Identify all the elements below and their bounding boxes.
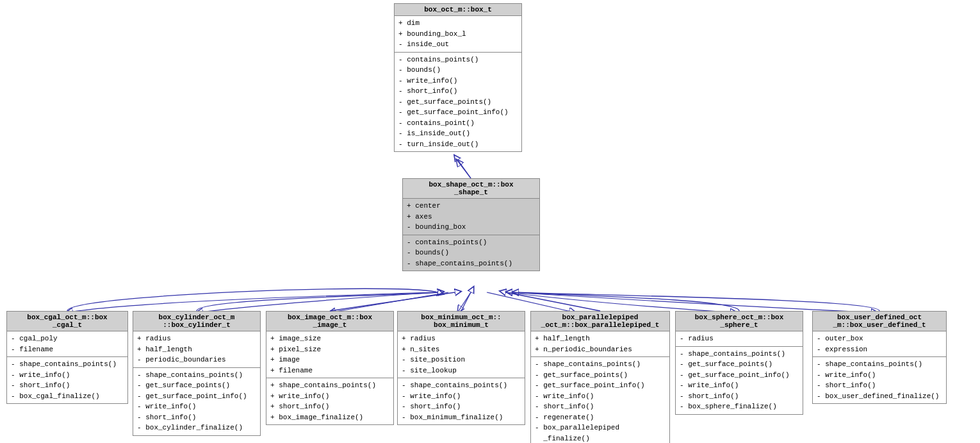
box-parallelepiped: box_parallelepiped_oct_m::box_parallelep…	[530, 311, 670, 443]
svg-line-8	[330, 292, 455, 311]
box-image-methods: + shape_contains_points() + write_info()…	[266, 378, 393, 424]
box-user-defined-methods: - shape_contains_points() - write_info()…	[813, 357, 946, 403]
box-sphere-methods: - shape_contains_points() - get_surface_…	[676, 347, 803, 414]
box-image: box_image_oct_m::box_image_t + image_siz…	[266, 311, 394, 425]
box-cylinder-attrs: + radius + half_length - periodic_bounda…	[133, 331, 260, 368]
box-sphere: box_sphere_oct_m::box_sphere_t - radius …	[675, 311, 803, 415]
box-cylinder-methods: - shape_contains_points() - get_surface_…	[133, 368, 260, 435]
box-parallelepiped-attrs: + half_length + n_periodic_boundaries	[531, 331, 669, 357]
box-cylinder-title: box_cylinder_oct_m::box_cylinder_t	[133, 312, 260, 331]
box-sphere-title: box_sphere_oct_m::box_sphere_t	[676, 312, 803, 331]
box-cgal-methods: - shape_contains_points() - write_info()…	[7, 357, 127, 403]
svg-line-9	[461, 292, 471, 311]
box-cgal-title: box_cgal_oct_m::box_cgal_t	[7, 312, 127, 331]
box-shape-title: box_shape_oct_m::box_shape_t	[403, 179, 539, 199]
box-minimum-attrs: + radius + n_sites - site_position - sit…	[398, 331, 525, 378]
svg-line-4	[457, 292, 471, 313]
box-shape-methods: - contains_points() - bounds() - shape_c…	[403, 235, 539, 271]
diagram-container: box_oct_m::box_t + dim + bounding_box_l …	[0, 0, 980, 443]
box-minimum: box_minimum_oct_m::box_minimum_t + radiu…	[397, 311, 525, 425]
box-user-defined-attrs: - outer_box - expression	[813, 331, 946, 357]
box-parallelepiped-methods: - shape_contains_points() - get_surface_…	[531, 357, 669, 443]
svg-line-5	[487, 292, 576, 313]
svg-line-7	[458, 160, 471, 178]
box-minimum-title: box_minimum_oct_m::box_minimum_t	[398, 312, 525, 331]
box-oct: box_oct_m::box_t + dim + bounding_box_l …	[394, 3, 522, 152]
box-shape: box_shape_oct_m::box_shape_t + center + …	[402, 178, 540, 271]
svg-line-2	[456, 159, 471, 178]
box-sphere-attrs: - radius	[676, 331, 803, 347]
box-shape-attrs: + center + axes - bounding_box	[403, 199, 539, 235]
box-image-title: box_image_oct_m::box_image_t	[266, 312, 393, 331]
box-cylinder: box_cylinder_oct_m::box_cylinder_t + rad…	[133, 311, 261, 436]
box-parallelepiped-title: box_parallelepiped_oct_m::box_parallelep…	[531, 312, 669, 331]
box-oct-title: box_oct_m::box_t	[395, 4, 521, 16]
box-user-defined: box_user_defined_oct_m::box_user_defined…	[812, 311, 947, 404]
box-user-defined-title: box_user_defined_oct_m::box_user_defined…	[813, 312, 946, 331]
box-image-attrs: + image_size + pixel_size + image + file…	[266, 331, 393, 378]
box-cgal: box_cgal_oct_m::box_cgal_t - cgal_poly -…	[6, 311, 128, 404]
svg-line-3	[328, 292, 448, 313]
box-oct-attrs: + dim + bounding_box_l - inside_out	[395, 16, 521, 53]
box-minimum-methods: - shape_contains_points() - write_info()…	[398, 378, 525, 424]
box-oct-methods: - contains_points() - bounds() - write_i…	[395, 53, 521, 152]
box-cgal-attrs: - cgal_poly - filename	[7, 331, 127, 357]
svg-line-10	[506, 292, 600, 311]
